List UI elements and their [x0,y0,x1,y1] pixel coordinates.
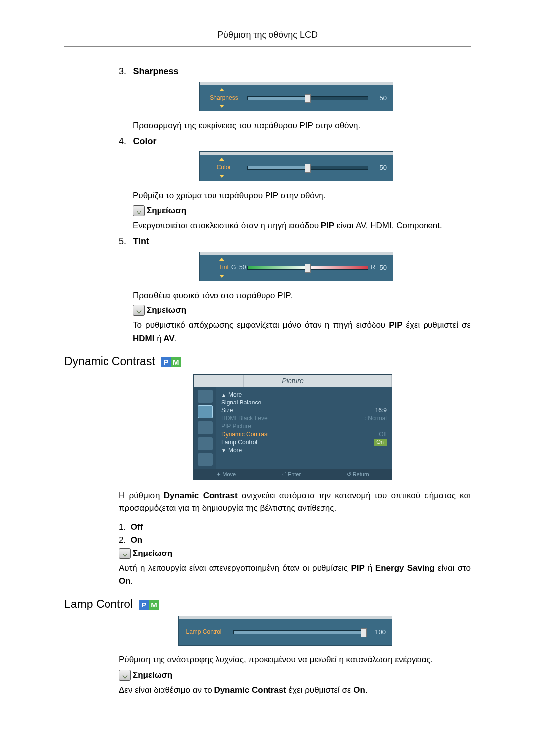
side-icon [198,421,213,434]
tint-g-label: G 50 [231,264,246,271]
menu-sidebar [194,387,216,469]
item-label: Color [133,136,156,146]
side-icon [198,390,213,403]
note-icon [133,305,145,316]
lamp-slider: Lamp Control 100 [178,616,392,646]
slider-thumb [361,628,367,637]
color-slider: Color 50 [199,151,393,181]
menu-tabbar: Picture [194,375,392,387]
arrow-up-icon [219,258,224,261]
item-color: 4. Color [119,136,471,147]
option-on: 2. On [119,535,471,545]
color-note-text: Ενεργοποιείται αποκλειστικά όταν η πηγή … [133,219,471,232]
menu-footer: ✦ Move ⏎ Enter ↺ Return [194,469,392,480]
item-label: Tint [133,236,149,246]
slider-track [233,630,364,634]
slider-label: Lamp Control [183,628,225,635]
arrow-up-icon [219,158,224,161]
note-icon [119,670,131,681]
slider-value: 50 [380,164,387,171]
tint-slider: Tint G 50 R 50 [199,252,393,281]
item-tint: 5. Tint [119,236,471,247]
dynamic-desc: Η ρύθμιση Dynamic Contrast ανιχνεύει αυτ… [119,489,471,515]
sharpness-desc: Προσαρμογή της ευκρίνειας του παράθυρου … [133,119,471,132]
item-sharpness: 3. Sharpness [119,66,471,77]
side-icon [198,437,213,450]
arrow-down-icon [219,105,224,108]
slider-track [247,266,368,270]
slider-label: Sharpness [207,94,241,101]
pm-badge: PM [161,357,181,367]
slider-thumb [305,264,311,273]
dynamic-note-text: Αυτή η λειτουργία είναι απενεργοποιημένη… [119,562,471,588]
slider-label: Color [207,164,241,171]
section-dynamic-contrast: Dynamic Contrast PM [64,355,471,368]
pm-badge: PM [139,600,159,610]
tint-r-label: R [371,264,375,271]
note-heading: Σημείωση [133,305,471,316]
note-heading: Σημείωση [119,548,471,559]
menu-list: ▲More Signal Balance Size16:9 HDMI Black… [216,387,392,469]
tint-desc: Προσθέτει φυσικό τόνο στο παράθυρο PIP. [133,289,471,302]
tint-note-text: Το ρυθμιστικό απόχρωσης εμφανίζεται μόνο… [133,319,471,345]
page-title: Ρύθμιση της οθόνης LCD [64,30,471,47]
osd-menu-panel: Picture ▲More Signal Balance Size16:9 HD… [193,374,392,480]
lamp-desc: Ρύθμιση της ανάστροφης λυχνίας, προκειμέ… [119,654,471,666]
slider-thumb [305,164,311,173]
note-label: Σημείωση [133,670,172,680]
slider-track [247,166,368,170]
side-icon [198,453,213,466]
option-off: 1. Off [119,522,471,532]
item-number: 3. [119,66,131,77]
arrow-down-icon [219,275,224,278]
slider-value: 50 [380,264,387,271]
footer-rule [64,726,471,726]
note-icon [133,205,145,216]
arrow-up-icon [219,88,224,91]
slider-value: 100 [375,628,386,636]
lamp-note-text: Δεν είναι διαθέσιμο αν το Dynamic Contra… [119,684,471,697]
note-heading: Σημείωση [133,205,471,216]
note-label: Σημείωση [133,549,172,558]
note-heading: Σημείωση [119,670,471,681]
arrow-down-icon [219,175,224,178]
item-number: 5. [119,236,131,247]
note-icon [119,548,131,559]
menu-tab-title: Picture [244,375,342,387]
item-label: Sharpness [133,66,178,76]
color-desc: Ρυθμίζει το χρώμα του παράθυρου PIP στην… [133,189,471,202]
side-icon [198,405,213,418]
slider-value: 50 [380,94,387,101]
section-lamp-control: Lamp Control PM [64,598,471,611]
note-label: Σημείωση [147,305,186,315]
slider-track [247,96,368,100]
item-number: 4. [119,136,131,147]
note-label: Σημείωση [147,206,186,216]
slider-thumb [305,94,311,103]
sharpness-slider: Sharpness 50 [199,82,393,111]
